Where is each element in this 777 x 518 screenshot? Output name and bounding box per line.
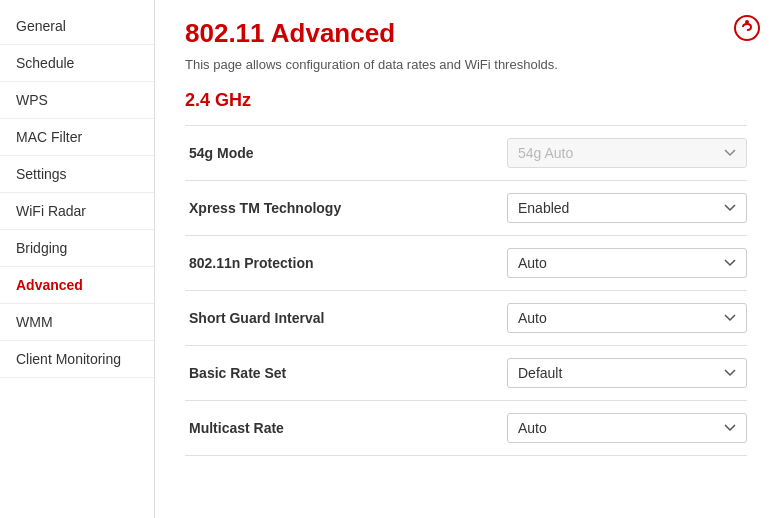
sidebar-item-schedule[interactable]: Schedule [0, 45, 154, 82]
settings-container: 54g Mode54g Auto54g Only54g Performance5… [185, 125, 747, 456]
setting-row-80211n-protection: 802.11n ProtectionAutoEnabledDisabled [185, 235, 747, 290]
setting-row-54g-mode: 54g Mode54g Auto54g Only54g Performance5… [185, 125, 747, 180]
dropdown-multicast-rate[interactable]: Auto1 Mbps2 Mbps5.5 Mbps6 Mbps9 Mbps11 M… [507, 413, 747, 443]
sidebar-item-mac-filter[interactable]: MAC Filter [0, 119, 154, 156]
setting-row-multicast-rate: Multicast RateAuto1 Mbps2 Mbps5.5 Mbps6 … [185, 400, 747, 456]
setting-control-multicast-rate: Auto1 Mbps2 Mbps5.5 Mbps6 Mbps9 Mbps11 M… [507, 413, 747, 443]
sidebar-item-advanced[interactable]: Advanced [0, 267, 154, 304]
dropdown-short-guard[interactable]: AutoEnabledDisabled [507, 303, 747, 333]
setting-control-80211n-protection: AutoEnabledDisabled [507, 248, 747, 278]
setting-label-80211n-protection: 802.11n Protection [185, 255, 507, 271]
dropdown-basic-rate-set[interactable]: DefaultAll1-2 Mbps [507, 358, 747, 388]
setting-row-short-guard: Short Guard IntervalAutoEnabledDisabled [185, 290, 747, 345]
setting-label-multicast-rate: Multicast Rate [185, 420, 507, 436]
dropdown-80211n-protection[interactable]: AutoEnabledDisabled [507, 248, 747, 278]
sidebar-item-bridging[interactable]: Bridging [0, 230, 154, 267]
svg-point-0 [735, 16, 759, 40]
setting-label-54g-mode: 54g Mode [185, 145, 507, 161]
setting-control-basic-rate-set: DefaultAll1-2 Mbps [507, 358, 747, 388]
sidebar-item-general[interactable]: General [0, 8, 154, 45]
sidebar-item-client-monitoring[interactable]: Client Monitoring [0, 341, 154, 378]
setting-label-basic-rate-set: Basic Rate Set [185, 365, 507, 381]
dropdown-xpress-tm[interactable]: EnabledDisabled [507, 193, 747, 223]
sidebar-item-wifi-radar[interactable]: WiFi Radar [0, 193, 154, 230]
setting-row-basic-rate-set: Basic Rate SetDefaultAll1-2 Mbps [185, 345, 747, 400]
main-wrapper: 802.11 Advanced This page allows configu… [155, 0, 777, 518]
sidebar: GeneralScheduleWPSMAC FilterSettingsWiFi… [0, 0, 155, 518]
main-content: 802.11 Advanced This page allows configu… [155, 0, 777, 518]
sidebar-item-settings[interactable]: Settings [0, 156, 154, 193]
setting-label-xpress-tm: Xpress TM Technology [185, 200, 507, 216]
setting-control-xpress-tm: EnabledDisabled [507, 193, 747, 223]
setting-row-xpress-tm: Xpress TM TechnologyEnabledDisabled [185, 180, 747, 235]
page-description: This page allows configuration of data r… [185, 57, 747, 72]
sidebar-item-wmm[interactable]: WMM [0, 304, 154, 341]
page-title: 802.11 Advanced [185, 18, 747, 49]
section-title: 2.4 GHz [185, 90, 747, 111]
setting-label-short-guard: Short Guard Interval [185, 310, 507, 326]
setting-control-short-guard: AutoEnabledDisabled [507, 303, 747, 333]
sidebar-item-wps[interactable]: WPS [0, 82, 154, 119]
setting-control-54g-mode: 54g Auto54g Only54g Performance54g LRS80… [507, 138, 747, 168]
dropdown-54g-mode[interactable]: 54g Auto54g Only54g Performance54g LRS80… [507, 138, 747, 168]
help-icon[interactable] [733, 14, 761, 42]
